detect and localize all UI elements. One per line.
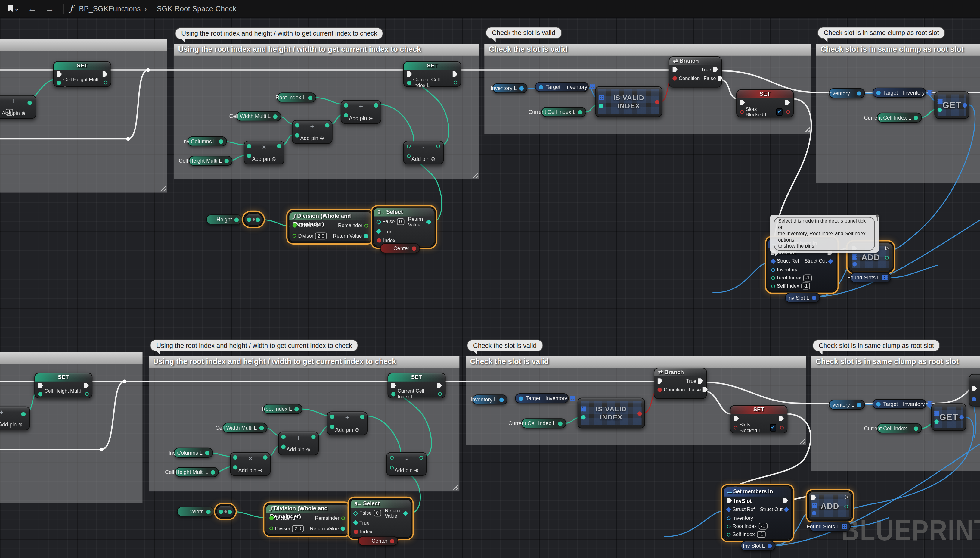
target-in-pin[interactable] xyxy=(876,402,881,406)
get-found-slots-pill[interactable]: Found Slots L xyxy=(850,272,891,282)
target-in-pin[interactable] xyxy=(539,85,543,89)
exec-out-pin[interactable] xyxy=(452,71,458,77)
struct-out-pin[interactable] xyxy=(812,295,816,300)
exec-out-pin[interactable] xyxy=(83,383,89,389)
condition-in-pin[interactable] xyxy=(657,387,662,392)
float-in-pin[interactable] xyxy=(293,234,296,238)
float-out-pin[interactable] xyxy=(341,516,345,520)
exec-in-pin[interactable] xyxy=(672,67,677,72)
int-out-pin[interactable] xyxy=(308,95,313,100)
false-value-field[interactable]: 0 xyxy=(373,509,381,517)
float-out-pin[interactable] xyxy=(255,218,260,222)
object-out-pin[interactable] xyxy=(857,91,861,95)
self-index-value-field[interactable]: -1 xyxy=(757,531,766,538)
array-in-pin[interactable] xyxy=(934,411,939,416)
get-center-pill[interactable]: Center xyxy=(358,536,398,546)
return-value-out-pin[interactable] xyxy=(426,219,432,224)
enum-out-pin[interactable] xyxy=(390,539,394,543)
struct-out-pin[interactable] xyxy=(828,258,833,264)
return-value-out-pin[interactable] xyxy=(403,510,409,516)
add-node-partial[interactable]: + Add pin ⊕ xyxy=(0,407,30,430)
bool-out-pin[interactable] xyxy=(638,411,642,416)
struct-ref-in-pin[interactable] xyxy=(771,258,776,264)
add-node[interactable]: + Add pin ⊕ xyxy=(341,100,381,124)
add-pin-button[interactable]: Add pin ⊕ xyxy=(0,110,36,116)
get-inventory-pill[interactable]: Inventory L xyxy=(473,394,507,404)
target-inventory-node[interactable]: Target Inventory xyxy=(872,88,926,98)
set-members-node[interactable]: ▬ Set members in S_InvSlot Struct Ref St… xyxy=(723,487,792,540)
array-in-pin[interactable] xyxy=(852,254,857,259)
get-height-pill[interactable]: Height xyxy=(206,214,242,224)
subtract-node[interactable]: - Add pin ⊕ xyxy=(386,452,427,476)
true-exec-out-pin[interactable] xyxy=(713,67,718,72)
root-index-in-pin[interactable] xyxy=(727,524,730,528)
int-out-pin[interactable] xyxy=(224,158,229,163)
object-out-pin[interactable] xyxy=(520,86,524,91)
target-in-pin[interactable] xyxy=(519,396,523,400)
int-out-pin[interactable] xyxy=(914,115,918,120)
enum-out-pin[interactable] xyxy=(412,246,416,251)
object-out-pin[interactable] xyxy=(857,402,861,407)
get-inventory-pill[interactable]: Inventory L xyxy=(492,83,527,93)
subtract-node[interactable]: - Add pin ⊕ xyxy=(403,141,443,164)
struct-out-pin[interactable] xyxy=(767,544,772,548)
bool-in-pin[interactable] xyxy=(734,426,738,429)
index-in-pin[interactable] xyxy=(377,238,381,243)
int-out-pin[interactable] xyxy=(578,110,583,114)
get-cell-height-multi-pill[interactable]: Cell Height Multi L xyxy=(175,467,219,477)
array-out-pin[interactable] xyxy=(590,84,595,89)
get-found-slots-pill[interactable]: Found Slots L xyxy=(809,522,851,532)
int-out-pin[interactable] xyxy=(219,139,223,144)
int-to-float-conversion-node[interactable] xyxy=(244,213,262,226)
exec-in-pin[interactable] xyxy=(38,383,43,389)
int-out-pin[interactable] xyxy=(234,217,239,222)
get-array-element-node[interactable]: GET xyxy=(931,403,966,431)
add-node[interactable]: + Add pin ⊕ xyxy=(292,120,332,144)
get-root-index-pill[interactable]: Root Index L xyxy=(277,92,316,102)
exec-in-pin[interactable] xyxy=(734,415,739,421)
exec-in-pin[interactable] xyxy=(740,100,745,105)
graph-canvas[interactable]: ⌄ ← → ƒ BP_SGKFunctions › SGK Root Space… xyxy=(0,0,980,558)
select-node[interactable]: ∃→ Select False 0 Return Value True Inde… xyxy=(373,207,434,246)
add-pin-button[interactable]: Add pin ⊕ xyxy=(244,156,284,162)
inventory-in-pin[interactable] xyxy=(727,516,730,520)
int-in-pin[interactable] xyxy=(57,80,61,85)
is-valid-index-node[interactable]: IS VALID INDEX xyxy=(578,398,645,428)
int-in-pin[interactable] xyxy=(391,392,396,396)
node-partial-right-edge[interactable] xyxy=(969,374,980,407)
add-pin-button[interactable]: Add pin ⊕ xyxy=(0,422,29,428)
float-out-pin[interactable] xyxy=(227,509,232,514)
int-out-pin[interactable] xyxy=(914,426,918,431)
select-node[interactable]: ∃→ Select False 0 Return Value True Inde… xyxy=(350,499,411,538)
add-node[interactable]: + Add pin ⊕ xyxy=(278,432,319,455)
int-out-pin[interactable] xyxy=(104,81,108,84)
exec-in-pin[interactable] xyxy=(391,383,396,389)
division-whole-remainder-node[interactable]: ƒ Division (Whole and Remainder) Dividen… xyxy=(289,212,372,242)
struct-out-pin[interactable] xyxy=(959,415,964,420)
int-in-pin[interactable] xyxy=(937,108,942,112)
branch-node[interactable]: ⇄ Branch True Condition False xyxy=(669,56,722,88)
return-value-out-pin[interactable] xyxy=(364,234,368,238)
exec-out-pin[interactable]: ▷ xyxy=(845,494,849,500)
get-width-pill[interactable]: Width xyxy=(177,507,214,517)
int-in-pin[interactable] xyxy=(934,420,939,424)
int-to-float-conversion-node[interactable] xyxy=(216,505,234,518)
set-node-slots-blocked[interactable]: SET Slots Blocked L ✔ xyxy=(730,405,787,433)
root-index-in-pin[interactable] xyxy=(771,276,775,280)
self-index-in-pin[interactable] xyxy=(771,284,775,288)
bool-in-pin[interactable] xyxy=(740,110,744,113)
exec-in-pin[interactable] xyxy=(407,71,412,77)
int-in-pin[interactable] xyxy=(581,415,586,420)
int-out-pin[interactable] xyxy=(259,425,264,430)
int-out-pin[interactable] xyxy=(85,392,88,396)
multiply-node[interactable]: × Add pin ⊕ xyxy=(244,141,285,164)
int-in-pin[interactable] xyxy=(247,218,251,222)
exec-in-pin[interactable] xyxy=(57,71,62,77)
true-exec-out-pin[interactable] xyxy=(698,378,703,384)
exec-out-pin[interactable] xyxy=(437,383,442,389)
array-out-pin[interactable] xyxy=(842,524,847,529)
int-out-pin[interactable] xyxy=(273,114,278,119)
add-pin-button[interactable]: Add pin ⊕ xyxy=(279,446,318,453)
array-in-pin[interactable] xyxy=(937,99,943,104)
false-value-field[interactable]: 0 xyxy=(397,218,404,225)
